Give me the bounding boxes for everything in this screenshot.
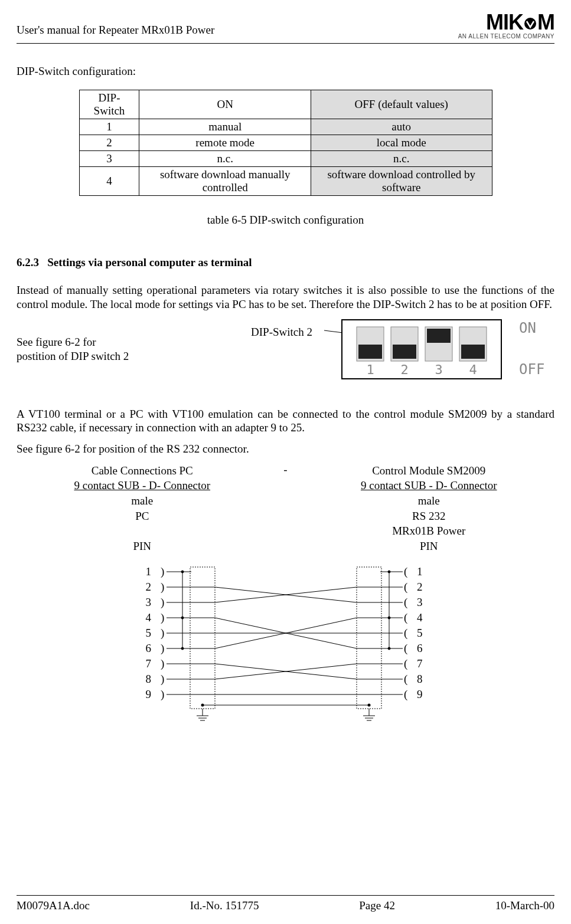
svg-point-86 [181, 571, 184, 573]
svg-text:ON: ON [519, 320, 536, 336]
th-dipswitch: DIP-Switch [79, 90, 139, 119]
table-row: 4 software download manually controlled … [79, 167, 492, 196]
pin-diagram: 1) 2) 3) 4) 5) 6) 7) 8) 9) (1 (2 (3 (4 (… [73, 560, 498, 725]
svg-point-88 [181, 647, 184, 650]
svg-text:5: 5 [417, 627, 423, 639]
dip-switch-figure: See figure 6-2 forpostition of DIP switc… [17, 319, 554, 395]
svg-rect-8 [358, 345, 382, 359]
svg-text:): ) [161, 581, 164, 594]
table-caption: table 6-5 DIP-switch configuration [17, 214, 554, 227]
svg-text:3: 3 [435, 362, 442, 377]
dip-switch-label: DIP-Switch 2 [251, 326, 312, 339]
svg-text:3: 3 [145, 596, 151, 608]
svg-text:(: ( [404, 596, 407, 609]
svg-text:(: ( [404, 611, 407, 624]
doc-title: User's manual for Repeater MRx01B Power [17, 12, 214, 37]
footer-date: 10-March-00 [495, 899, 554, 912]
svg-point-66 [367, 703, 370, 706]
svg-text:(: ( [404, 565, 407, 578]
svg-rect-9 [393, 345, 416, 359]
svg-text:): ) [161, 627, 164, 640]
svg-text:8: 8 [145, 673, 151, 685]
dip-switch-table: DIP-Switch ON OFF (default values) 1 man… [79, 90, 492, 196]
table-row: 3 n.c. n.c. [79, 151, 492, 167]
table-row: 2 remote mode local mode [79, 135, 492, 151]
th-on: ON [139, 90, 311, 119]
paragraph: Instead of manually setting operational … [17, 283, 554, 312]
svg-text:(: ( [404, 627, 407, 640]
svg-text:(: ( [404, 688, 407, 701]
svg-text:7: 7 [145, 657, 151, 670]
svg-text:(: ( [404, 673, 407, 686]
svg-point-87 [181, 617, 184, 619]
svg-text:): ) [161, 657, 164, 670]
logo-sub: AN ALLEN TELECOM COMPANY [458, 33, 554, 40]
svg-text:4: 4 [469, 362, 477, 377]
connector-header: Cable Connections PC 9 contact SUB - D- … [17, 463, 554, 554]
svg-text:6: 6 [417, 642, 423, 654]
svg-text:2: 2 [417, 581, 423, 593]
svg-text:9: 9 [417, 688, 423, 700]
page-footer: M0079A1A.doc Id.-No. 151775 Page 42 10-M… [17, 895, 554, 912]
paragraph: See figure 6-2 for position of the RS 23… [17, 442, 554, 456]
svg-text:(: ( [404, 642, 407, 655]
svg-text:2: 2 [400, 362, 408, 377]
dip-see-text: See figure 6-2 forpostition of DIP switc… [17, 335, 129, 364]
svg-rect-55 [357, 567, 381, 709]
svg-text:6: 6 [145, 642, 151, 654]
svg-text:4: 4 [145, 611, 151, 624]
svg-text:2: 2 [145, 581, 151, 593]
svg-point-65 [201, 703, 204, 706]
svg-text:1: 1 [145, 565, 151, 578]
svg-text:): ) [161, 642, 164, 655]
table-row: 1 manual auto [79, 119, 492, 135]
svg-text:7: 7 [417, 657, 423, 670]
svg-text:1: 1 [366, 362, 374, 377]
svg-text:(: ( [404, 657, 407, 670]
svg-point-91 [388, 617, 390, 619]
svg-rect-11 [461, 345, 485, 359]
intro-text: DIP-Switch configuration: [17, 65, 554, 78]
footer-page: Page 42 [359, 899, 395, 912]
footer-id: Id.-No. 151775 [190, 899, 259, 912]
svg-rect-10 [427, 329, 451, 343]
table-header-row: DIP-Switch ON OFF (default values) [79, 90, 492, 119]
svg-text:(: ( [404, 581, 407, 594]
th-off: OFF (default values) [311, 90, 492, 119]
svg-point-92 [388, 647, 390, 650]
svg-text:): ) [161, 596, 164, 609]
svg-text:): ) [161, 611, 164, 624]
logo-main: MIKM [458, 12, 554, 33]
svg-text:1: 1 [417, 565, 423, 578]
svg-text:3: 3 [417, 596, 423, 608]
connector-right-col: Control Module SM2009 9 contact SUB - D-… [304, 463, 555, 554]
svg-text:): ) [161, 673, 164, 686]
svg-text:8: 8 [417, 673, 423, 685]
paragraph: A VT100 terminal or a PC with VT100 emul… [17, 407, 554, 435]
svg-rect-54 [190, 567, 215, 709]
svg-text:4: 4 [417, 611, 423, 624]
svg-text:): ) [161, 688, 164, 701]
connector-separator: - [268, 463, 304, 554]
svg-text:9: 9 [145, 688, 151, 700]
svg-text:OFF: OFF [519, 361, 544, 378]
connector-left-col: Cable Connections PC 9 contact SUB - D- … [17, 463, 268, 554]
section-heading: 6.2.3 Settings via personal computer as … [17, 256, 554, 269]
page-header: User's manual for Repeater MRx01B Power … [17, 12, 554, 44]
svg-text:): ) [161, 565, 164, 578]
svg-text:5: 5 [145, 627, 151, 639]
dip-switch-icon: 1 2 3 4 ON OFF [324, 319, 554, 389]
logo: MIKM AN ALLEN TELECOM COMPANY [458, 12, 554, 40]
svg-point-90 [388, 571, 390, 573]
footer-file: M0079A1A.doc [17, 899, 90, 912]
